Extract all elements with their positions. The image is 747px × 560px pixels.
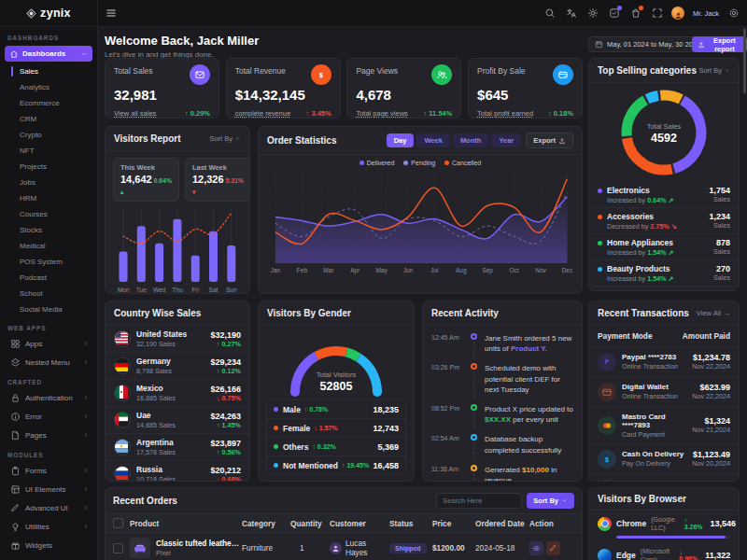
sidebar-item-sales[interactable]: Sales <box>0 63 97 79</box>
transaction-row[interactable]: Digital WalletOnline Transaction$623.99N… <box>589 377 739 407</box>
sidebar-item-utilities[interactable]: Utilities <box>0 517 97 536</box>
date-range-picker[interactable]: May, 01 2024 to May, 30 2024 <box>588 36 707 52</box>
top-selling-row[interactable]: FurnitureDecreased by 0.12% ↘456Sales <box>589 287 739 291</box>
country-row[interactable]: Germany8,798 Sales$29,234↑ 0.12% <box>106 353 249 380</box>
scrollbar[interactable] <box>743 28 746 93</box>
row-checkbox[interactable] <box>113 543 123 553</box>
tab-month[interactable]: Month <box>453 133 489 147</box>
sidebar-item-error[interactable]: Error <box>0 407 97 426</box>
tab-week[interactable]: Week <box>416 133 449 147</box>
sidebar-item-hrm[interactable]: HRM <box>0 190 97 206</box>
sidebar-item-apps[interactable]: Apps <box>0 334 97 353</box>
activity-item[interactable]: 02:54 AmDatabase backup completed succes… <box>423 428 582 458</box>
sidebar-item-social-media[interactable]: Social Media <box>0 301 97 317</box>
kpi-card-page-views: Page Views4,678Total page views↑ 11.54% <box>346 58 461 119</box>
activity-timeline <box>470 465 478 482</box>
view-order-button[interactable] <box>529 541 543 555</box>
fullscreen-button[interactable] <box>651 7 663 20</box>
gender-row[interactable]: Others↑ 0.32%5,369 <box>267 438 405 456</box>
last-week-card[interactable]: Last Week12,3265.31% ▾ <box>185 158 250 202</box>
browser-row[interactable]: Edge(Microsoft Corp)↓ 0.96%11,322 <box>589 542 739 560</box>
category-sales-unit: Sales <box>709 195 730 203</box>
gender-row[interactable]: Not Mentioned↑ 19.45%16,458 <box>267 456 405 474</box>
country-row[interactable]: Russia10,718 Sales$20,212↓ 0.68% <box>106 461 249 482</box>
order-stats-export-button[interactable]: Export <box>526 133 573 148</box>
sidebar-item-school[interactable]: School <box>0 286 97 301</box>
sidebar-item-nested-menu[interactable]: Nested Menu <box>0 353 97 371</box>
tab-day[interactable]: Day <box>387 133 415 147</box>
order-stats-line-chart[interactable]: JanFebMarAprMayJunJulAugSepOctNovDec <box>259 166 582 276</box>
tab-year[interactable]: Year <box>491 133 521 147</box>
sidebar-item-label: Error <box>25 413 42 421</box>
brand-logo[interactable]: zynix <box>0 0 97 27</box>
transactions-view-all-link[interactable]: View All→ <box>697 309 730 317</box>
country-row[interactable]: Argentina17,578 Sales$23,897↑ 0.56% <box>106 434 249 461</box>
top-selling-row[interactable]: ElectronicsIncreased by 0.64% ↗1,754Sale… <box>589 182 739 208</box>
transaction-row[interactable]: $Cash On DeliveryPay On Delivery$1,123.4… <box>589 444 739 474</box>
gender-row[interactable]: Male↑ 0.78%18,235 <box>267 400 405 419</box>
sidebar-item-stocks[interactable]: Stocks <box>0 222 97 238</box>
legend-dot <box>359 161 364 165</box>
browser-row[interactable]: Chrome(Google LLC)↑ 3.26%13,546 <box>589 511 739 542</box>
this-week-card[interactable]: This Week14,6420.64% ▴ <box>113 158 179 202</box>
language-button[interactable] <box>565 7 577 20</box>
sidebar-item-dashboards[interactable]: Dashboards <box>5 46 92 62</box>
sidebar-item-medical[interactable]: Medical <box>0 238 97 254</box>
category-donut-chart[interactable]: Total Sales4592 <box>589 83 739 182</box>
user-name[interactable]: Mr. Jack <box>693 9 719 18</box>
sidebar-item-ui-elements[interactable]: UI Elements <box>0 480 97 498</box>
sidebar-item-crypto[interactable]: Crypto <box>0 127 97 143</box>
activity-item[interactable]: 12:45 AmJane Smith ordered 5 new units o… <box>423 328 582 357</box>
top-selling-row[interactable]: AccessoriesDecreased by 2.75% ↘1,234Sale… <box>589 208 739 234</box>
visitors-report-sort-button[interactable]: Sort By <box>209 134 241 143</box>
country-row[interactable]: United States32,190 Sales$32,190↑ 0.27% <box>106 326 249 353</box>
language-icon <box>566 7 577 19</box>
gender-row[interactable]: Female↓ 1.57%12,743 <box>267 419 405 438</box>
top-selling-sort-button[interactable]: Sort By <box>698 66 730 75</box>
sidebar-item-forms[interactable]: Forms <box>0 461 97 480</box>
order-row[interactable]: Classic tufted leather sofaPixelFurnitur… <box>106 533 582 560</box>
sidebar-item-analytics[interactable]: Analytics <box>0 79 97 95</box>
transaction-row[interactable]: PPaypal ****2783Online Transaction$1,234… <box>589 347 739 377</box>
visitors-bar-chart[interactable]: MonTueWedThuFriSatSun <box>106 203 249 294</box>
tasks-button[interactable] <box>608 7 620 20</box>
sidebar-item-nft[interactable]: NFT <box>0 143 97 159</box>
settings-gear-icon[interactable] <box>727 7 740 20</box>
sidebar-item-pages[interactable]: Pages <box>0 426 97 444</box>
select-all-checkbox[interactable] <box>113 518 123 528</box>
country-row[interactable]: Mexico16,885 Sales$26,166↓ 0.75% <box>106 380 249 407</box>
gender-gauge-chart[interactable]: Total Visitors52805 <box>259 329 414 396</box>
sidebar-item-ecommerce[interactable]: Ecommerce <box>0 95 97 111</box>
sidebar-item-podcast[interactable]: Podcast <box>0 270 97 286</box>
sidebar-item-jobs[interactable]: Jobs <box>0 175 97 190</box>
sidebar-item-advanced-ui[interactable]: Advanced UI <box>0 498 97 517</box>
orders-sort-button[interactable]: Sort By <box>527 493 574 509</box>
sidebar-item-widgets[interactable]: Widgets <box>0 536 97 554</box>
kpi-link[interactable]: Total page views <box>356 109 407 118</box>
theme-button[interactable] <box>586 7 599 20</box>
search-button[interactable] <box>543 7 556 20</box>
orders-search-input[interactable] <box>436 493 522 509</box>
transaction-row[interactable]: Mastro Card ****7893Card Payment$1,324No… <box>589 407 739 444</box>
browser-value: 11,322 <box>705 551 730 560</box>
edit-order-button[interactable] <box>546 541 560 555</box>
country-row[interactable]: Uae14,885 Sales$24,263↑ 1.45% <box>106 407 249 434</box>
sidebar-item-pos-system[interactable]: POS System <box>0 254 97 270</box>
kpi-link[interactable]: complete revenue <box>235 109 291 118</box>
transaction-row[interactable]: VISAVisa Card ****2563Card Payment$1,289… <box>589 474 739 482</box>
activity-item[interactable]: 03:26 PmScheduled demo with potential cl… <box>423 357 582 399</box>
kpi-link[interactable]: Total profit earned <box>477 109 533 118</box>
top-selling-row[interactable]: Home AppliancesIncreased by 1.54% ↗878Sa… <box>589 234 739 260</box>
user-avatar[interactable] <box>671 7 684 20</box>
activity-item[interactable]: 08:52 PmProduct X price updated to $XX.X… <box>423 399 582 428</box>
sidebar-item-projects[interactable]: Projects <box>0 159 97 175</box>
cart-button[interactable] <box>629 7 641 20</box>
top-selling-row[interactable]: Beauty ProductsIncreased by 1.54% ↗270Sa… <box>589 260 739 287</box>
export-report-button[interactable]: Export report <box>692 36 747 52</box>
sidebar-item-crm[interactable]: CRM <box>0 111 97 127</box>
hamburger-menu-icon[interactable] <box>105 7 117 20</box>
sidebar-item-authentication[interactable]: Authentication <box>0 388 97 407</box>
sidebar-item-courses[interactable]: Courses <box>0 206 97 222</box>
kpi-link[interactable]: View all sales <box>114 109 156 118</box>
activity-item[interactable]: 11:38 AmGenerated $10,000 in revenue <box>423 459 582 482</box>
